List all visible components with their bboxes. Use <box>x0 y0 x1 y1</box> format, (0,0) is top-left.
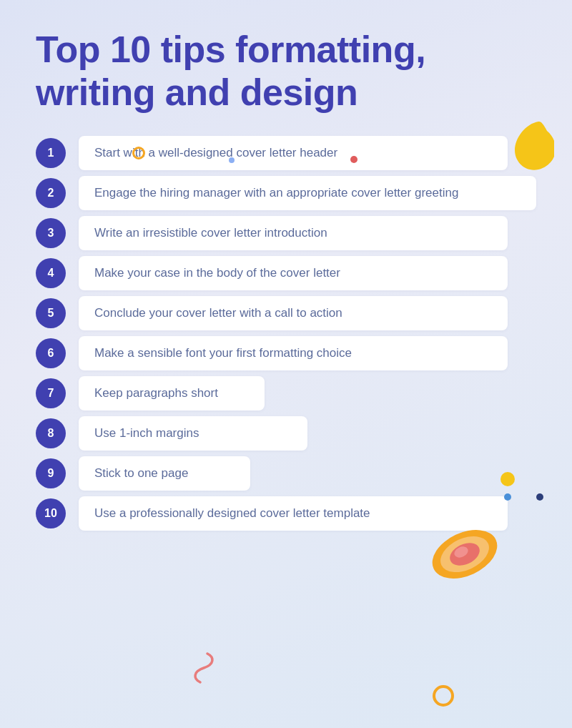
tip-box-2: Engage the hiring manager with an approp… <box>79 176 536 210</box>
tip-number-5: 5 <box>36 298 66 328</box>
deco-dot-navy-mid <box>536 493 543 501</box>
list-item: 2 Engage the hiring manager with an appr… <box>36 176 536 210</box>
tip-number-7: 7 <box>36 378 66 408</box>
tip-label-7: Keep paragraphs short <box>94 386 218 400</box>
deco-teardrop-icon <box>511 118 551 172</box>
tip-label-2: Engage the hiring manager with an approp… <box>94 186 458 200</box>
page-container: Top 10 tips formatting, writing and desi… <box>0 0 572 728</box>
tip-number-6: 6 <box>36 338 66 368</box>
tip-number-2: 2 <box>36 178 66 208</box>
tip-box-6: Make a sensible font your first formatti… <box>79 336 508 370</box>
tip-label-9: Stick to one page <box>94 466 188 480</box>
deco-candy-icon <box>425 522 504 589</box>
tip-label-3: Write an irresistible cover letter intro… <box>94 226 327 240</box>
tip-label-6: Make a sensible font your first formatti… <box>94 346 352 360</box>
deco-dot-blue <box>229 157 235 163</box>
tip-label-4: Make your case in the body of the cover … <box>94 266 340 280</box>
list-item: 1 Start with a well-designed cover lette… <box>36 136 536 170</box>
list-item: 8 Use 1-inch margins <box>36 416 536 451</box>
page-title: Top 10 tips formatting, writing and desi… <box>36 29 500 114</box>
list-item: 9 Stick to one page <box>36 456 536 491</box>
deco-dot-blue-mid <box>504 493 511 501</box>
deco-dots-group <box>500 472 543 501</box>
deco-dot-yellow <box>500 472 515 486</box>
list-item: 4 Make your case in the body of the cove… <box>36 256 536 290</box>
tip-number-9: 9 <box>36 458 66 488</box>
list-item: 6 Make a sensible font your first format… <box>36 336 536 370</box>
tip-number-10: 10 <box>36 498 66 528</box>
tip-box-8: Use 1-inch margins <box>79 416 307 451</box>
tip-box-7: Keep paragraphs short <box>79 376 265 410</box>
tip-box-9: Stick to one page <box>79 456 250 491</box>
tip-label-5: Conclude your cover letter with a call t… <box>94 306 342 320</box>
tip-number-1: 1 <box>36 138 66 168</box>
deco-dot-red <box>350 156 358 163</box>
list-item: 7 Keep paragraphs short <box>36 376 536 410</box>
tip-number-3: 3 <box>36 218 66 248</box>
tips-list: 1 Start with a well-designed cover lette… <box>36 136 536 531</box>
tip-label-10: Use a professionally designed cover lett… <box>94 506 370 520</box>
tip-number-8: 8 <box>36 418 66 448</box>
list-item: 3 Write an irresistible cover letter int… <box>36 216 536 250</box>
tip-box-3: Write an irresistible cover letter intro… <box>79 216 508 250</box>
tip-label-1: Start with a well-designed cover letter … <box>94 146 337 159</box>
list-item: 5 Conclude your cover letter with a call… <box>36 296 536 330</box>
deco-scurve-icon <box>189 650 218 689</box>
deco-circle-orange <box>132 147 145 159</box>
deco-circle-bottom <box>433 685 454 707</box>
tip-number-4: 4 <box>36 258 66 288</box>
tip-box-5: Conclude your cover letter with a call t… <box>79 296 508 330</box>
tip-label-8: Use 1-inch margins <box>94 426 199 440</box>
tip-box-4: Make your case in the body of the cover … <box>79 256 508 290</box>
